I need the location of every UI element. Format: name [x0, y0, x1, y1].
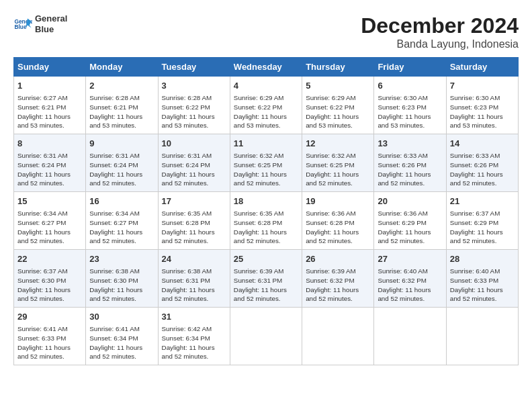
title-section: December 2024 Banda Layung, Indonesia — [361, 13, 519, 50]
day-info: Sunrise: 6:37 AM Sunset: 6:30 PM Dayligh… — [17, 267, 82, 304]
day-cell: 1Sunrise: 6:27 AM Sunset: 6:21 PM Daylig… — [14, 77, 86, 134]
calendar-header: SundayMondayTuesdayWednesdayThursdayFrid… — [14, 58, 519, 77]
day-cell: 30Sunrise: 6:41 AM Sunset: 6:34 PM Dayli… — [86, 308, 158, 365]
week-row-1: 1Sunrise: 6:27 AM Sunset: 6:21 PM Daylig… — [14, 77, 519, 134]
day-info: Sunrise: 6:35 AM Sunset: 6:28 PM Dayligh… — [234, 209, 298, 246]
col-header-monday: Monday — [86, 58, 158, 77]
day-cell: 5Sunrise: 6:29 AM Sunset: 6:22 PM Daylig… — [302, 77, 374, 134]
day-info: Sunrise: 6:36 AM Sunset: 6:28 PM Dayligh… — [306, 209, 370, 246]
day-number: 24 — [162, 253, 226, 265]
day-info: Sunrise: 6:38 AM Sunset: 6:31 PM Dayligh… — [162, 267, 226, 304]
day-cell: 3Sunrise: 6:28 AM Sunset: 6:22 PM Daylig… — [158, 77, 230, 134]
day-cell: 14Sunrise: 6:33 AM Sunset: 6:26 PM Dayli… — [446, 134, 518, 192]
day-cell: 6Sunrise: 6:30 AM Sunset: 6:23 PM Daylig… — [374, 77, 446, 134]
day-number: 7 — [450, 80, 515, 92]
day-info: Sunrise: 6:31 AM Sunset: 6:24 PM Dayligh… — [162, 151, 226, 188]
day-number: 5 — [306, 80, 370, 92]
day-info: Sunrise: 6:30 AM Sunset: 6:23 PM Dayligh… — [378, 93, 442, 130]
day-cell: 22Sunrise: 6:37 AM Sunset: 6:30 PM Dayli… — [14, 250, 86, 308]
day-cell: 11Sunrise: 6:32 AM Sunset: 6:25 PM Dayli… — [230, 134, 302, 192]
day-info: Sunrise: 6:38 AM Sunset: 6:30 PM Dayligh… — [89, 267, 154, 304]
day-cell — [374, 308, 446, 365]
day-number: 20 — [378, 195, 442, 208]
day-info: Sunrise: 6:29 AM Sunset: 6:22 PM Dayligh… — [234, 93, 298, 130]
day-cell: 17Sunrise: 6:35 AM Sunset: 6:28 PM Dayli… — [158, 192, 230, 250]
day-cell: 31Sunrise: 6:42 AM Sunset: 6:34 PM Dayli… — [158, 308, 230, 365]
day-number: 19 — [306, 195, 370, 208]
col-header-tuesday: Tuesday — [158, 58, 230, 77]
week-row-4: 22Sunrise: 6:37 AM Sunset: 6:30 PM Dayli… — [14, 250, 519, 308]
day-info: Sunrise: 6:34 AM Sunset: 6:27 PM Dayligh… — [89, 209, 154, 246]
day-info: Sunrise: 6:39 AM Sunset: 6:32 PM Dayligh… — [306, 267, 370, 304]
day-number: 14 — [450, 138, 515, 150]
day-info: Sunrise: 6:31 AM Sunset: 6:24 PM Dayligh… — [89, 151, 154, 188]
day-info: Sunrise: 6:41 AM Sunset: 6:33 PM Dayligh… — [17, 324, 82, 361]
day-info: Sunrise: 6:31 AM Sunset: 6:24 PM Dayligh… — [17, 151, 82, 188]
day-number: 6 — [378, 80, 442, 92]
day-info: Sunrise: 6:28 AM Sunset: 6:21 PM Dayligh… — [89, 93, 154, 130]
day-info: Sunrise: 6:39 AM Sunset: 6:31 PM Dayligh… — [234, 267, 298, 304]
day-cell: 23Sunrise: 6:38 AM Sunset: 6:30 PM Dayli… — [86, 250, 158, 308]
day-cell: 29Sunrise: 6:41 AM Sunset: 6:33 PM Dayli… — [14, 308, 86, 365]
day-cell: 12Sunrise: 6:32 AM Sunset: 6:25 PM Dayli… — [302, 134, 374, 192]
day-info: Sunrise: 6:42 AM Sunset: 6:34 PM Dayligh… — [162, 324, 226, 361]
day-info: Sunrise: 6:29 AM Sunset: 6:22 PM Dayligh… — [306, 93, 370, 130]
logo-text-line2: Blue — [35, 24, 67, 35]
logo-text-line1: General — [35, 13, 67, 24]
day-number: 1 — [17, 80, 82, 92]
col-header-wednesday: Wednesday — [230, 58, 302, 77]
day-number: 17 — [162, 195, 226, 208]
day-number: 10 — [162, 138, 226, 150]
day-number: 2 — [89, 80, 154, 92]
day-cell — [302, 308, 374, 365]
day-number: 11 — [234, 138, 298, 150]
svg-text:Blue: Blue — [14, 24, 26, 30]
day-cell: 26Sunrise: 6:39 AM Sunset: 6:32 PM Dayli… — [302, 250, 374, 308]
col-header-thursday: Thursday — [302, 58, 374, 77]
day-cell: 7Sunrise: 6:30 AM Sunset: 6:23 PM Daylig… — [446, 77, 518, 134]
day-info: Sunrise: 6:28 AM Sunset: 6:22 PM Dayligh… — [162, 93, 226, 130]
day-info: Sunrise: 6:32 AM Sunset: 6:25 PM Dayligh… — [306, 151, 370, 188]
day-cell: 15Sunrise: 6:34 AM Sunset: 6:27 PM Dayli… — [14, 192, 86, 250]
day-cell: 27Sunrise: 6:40 AM Sunset: 6:32 PM Dayli… — [374, 250, 446, 308]
day-number: 22 — [17, 253, 82, 265]
day-cell: 20Sunrise: 6:36 AM Sunset: 6:29 PM Dayli… — [374, 192, 446, 250]
day-number: 13 — [378, 138, 442, 150]
day-info: Sunrise: 6:33 AM Sunset: 6:26 PM Dayligh… — [378, 151, 442, 188]
day-info: Sunrise: 6:33 AM Sunset: 6:26 PM Dayligh… — [450, 151, 515, 188]
main-title: December 2024 — [361, 13, 519, 38]
day-number: 15 — [17, 195, 82, 208]
day-info: Sunrise: 6:30 AM Sunset: 6:23 PM Dayligh… — [450, 93, 515, 130]
day-number: 25 — [234, 253, 298, 265]
day-cell: 24Sunrise: 6:38 AM Sunset: 6:31 PM Dayli… — [158, 250, 230, 308]
day-number: 3 — [162, 80, 226, 92]
day-number: 30 — [89, 311, 154, 323]
col-header-sunday: Sunday — [14, 58, 86, 77]
day-cell: 18Sunrise: 6:35 AM Sunset: 6:28 PM Dayli… — [230, 192, 302, 250]
day-info: Sunrise: 6:35 AM Sunset: 6:28 PM Dayligh… — [162, 209, 226, 246]
day-cell — [446, 308, 518, 365]
day-number: 4 — [234, 80, 298, 92]
day-info: Sunrise: 6:34 AM Sunset: 6:27 PM Dayligh… — [17, 209, 82, 246]
day-number: 28 — [450, 253, 515, 265]
day-cell: 21Sunrise: 6:37 AM Sunset: 6:29 PM Dayli… — [446, 192, 518, 250]
day-info: Sunrise: 6:40 AM Sunset: 6:33 PM Dayligh… — [450, 267, 515, 304]
day-info: Sunrise: 6:36 AM Sunset: 6:29 PM Dayligh… — [378, 209, 442, 246]
day-cell: 19Sunrise: 6:36 AM Sunset: 6:28 PM Dayli… — [302, 192, 374, 250]
day-cell — [230, 308, 302, 365]
day-number: 18 — [234, 195, 298, 208]
day-cell: 13Sunrise: 6:33 AM Sunset: 6:26 PM Dayli… — [374, 134, 446, 192]
day-number: 29 — [17, 311, 82, 323]
day-info: Sunrise: 6:40 AM Sunset: 6:32 PM Dayligh… — [378, 267, 442, 304]
logo: General Blue General Blue — [13, 13, 67, 34]
day-info: Sunrise: 6:32 AM Sunset: 6:25 PM Dayligh… — [234, 151, 298, 188]
col-header-friday: Friday — [374, 58, 446, 77]
day-cell: 9Sunrise: 6:31 AM Sunset: 6:24 PM Daylig… — [86, 134, 158, 192]
day-number: 23 — [89, 253, 154, 265]
calendar-table: SundayMondayTuesdayWednesdayThursdayFrid… — [13, 57, 519, 365]
logo-icon: General Blue — [13, 15, 32, 34]
day-cell: 4Sunrise: 6:29 AM Sunset: 6:22 PM Daylig… — [230, 77, 302, 134]
week-row-2: 8Sunrise: 6:31 AM Sunset: 6:24 PM Daylig… — [14, 134, 519, 192]
day-cell: 25Sunrise: 6:39 AM Sunset: 6:31 PM Dayli… — [230, 250, 302, 308]
day-number: 27 — [378, 253, 442, 265]
